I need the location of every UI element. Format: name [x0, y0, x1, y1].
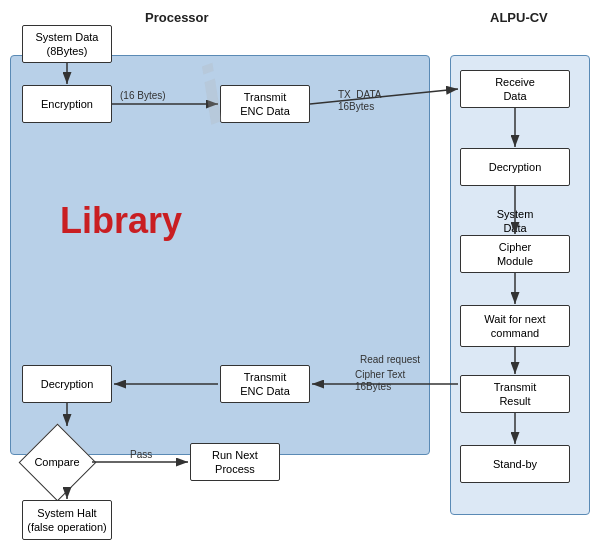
stand-by-box: Stand-by [460, 445, 570, 483]
receive-data-box: Receive Data [460, 70, 570, 108]
wait-next-box: Wait for next command [460, 305, 570, 347]
transmit-result-box: Transmit Result [460, 375, 570, 413]
system-data-alpucv: System Data [460, 205, 570, 237]
diagram-container: i Processor ALPU-CV Library System Data … [0, 0, 600, 558]
transmit-enc-top-box: Transmit ENC Data [220, 85, 310, 123]
alpucv-header: ALPU-CV [490, 10, 548, 25]
processor-header: Processor [145, 10, 209, 25]
run-next-process-box: Run Next Process [190, 443, 280, 481]
cipher-module-box: Cipher Module [460, 235, 570, 273]
compare-diamond: Compare [22, 427, 92, 497]
system-halt-box: System Halt (false operation) [22, 500, 112, 540]
decryption-processor-box: Decryption [22, 365, 112, 403]
compare-label: Compare [34, 456, 79, 468]
library-label: Library [60, 200, 182, 242]
decryption-alpucv-box: Decryption [460, 148, 570, 186]
system-data-box: System Data (8Bytes) [22, 25, 112, 63]
encryption-box: Encryption [22, 85, 112, 123]
transmit-enc-bottom-box: Transmit ENC Data [220, 365, 310, 403]
